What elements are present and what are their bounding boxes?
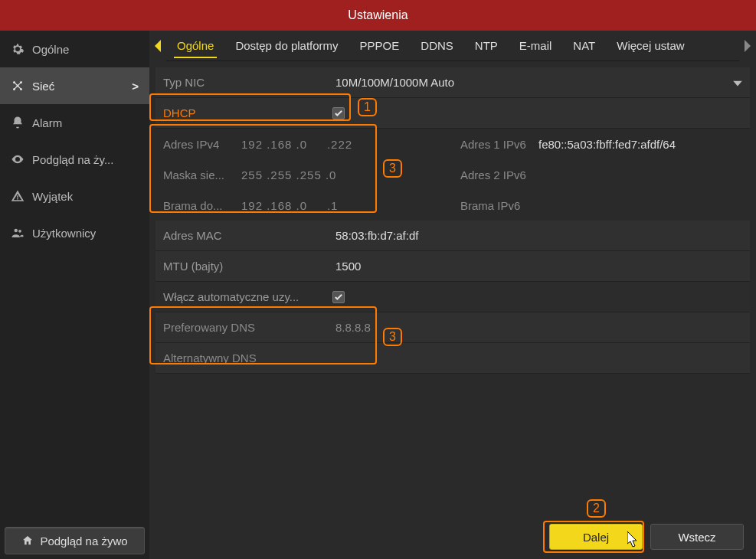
tab-general[interactable]: Ogólne <box>166 31 224 61</box>
sidebar-item-preview[interactable]: Podgląd na ży... <box>0 141 149 178</box>
svg-point-6 <box>18 230 21 233</box>
network-icon <box>11 79 25 93</box>
button-row: Dalej Wstecz <box>549 524 744 550</box>
tab-platform[interactable]: Dostęp do platformy <box>224 31 349 61</box>
title-bar: Ustawienia <box>0 0 756 31</box>
value-ipv4-addr[interactable]: 192 .168 .0 .222 <box>241 138 453 151</box>
warning-icon <box>11 189 25 203</box>
sidebar-item-label: Użytkownicy <box>32 227 96 240</box>
next-button[interactable]: Dalej <box>549 524 643 550</box>
row-dhcp: DHCP <box>155 98 750 129</box>
chevron-left-icon <box>153 40 162 52</box>
sidebar-item-users[interactable]: Użytkownicy <box>0 214 149 251</box>
window-title: Ustawienia <box>348 8 407 21</box>
sidebar-item-network[interactable]: Sieć <box>0 67 149 104</box>
container: Ogólne Sieć Alarm Podgląd na ży... Wyjąt… <box>0 31 756 559</box>
label-mtu: MTU (bajty) <box>155 260 328 273</box>
bell-icon <box>11 116 25 129</box>
label-pref-dns: Preferowany DNS <box>155 321 328 334</box>
tab-bar: Ogólne Dostęp do platformy PPPOE DDNS NT… <box>149 31 756 61</box>
tab-email[interactable]: E-mail <box>509 31 563 61</box>
value-pref-dns[interactable]: 8.8.8.8 <box>328 321 750 334</box>
sidebar: Ogólne Sieć Alarm Podgląd na ży... Wyjąt… <box>0 31 149 559</box>
row-alt-dns: Alternatywny DNS <box>155 343 750 374</box>
main-panel: Ogólne Dostęp do platformy PPPOE DDNS NT… <box>149 31 756 559</box>
check-icon <box>334 110 343 117</box>
chevron-right-icon <box>743 40 752 52</box>
row-mtu: MTU (bajty) 1500 <box>155 251 750 282</box>
sidebar-item-label: Sieć <box>32 80 54 93</box>
label-auto-dns: Włącz automatyczne uzy... <box>155 290 328 303</box>
tab-ntp[interactable]: NTP <box>464 31 509 61</box>
value-ipv4-mask[interactable]: 255 .255 .255 .0 <box>241 168 453 181</box>
row-ipv4-gw: Brama do... 192 .168 .0 .1 Brama IPv6 <box>155 190 750 221</box>
row-ipv4-addr: Adres IPv4 192 .168 .0 .222 Adres 1 IPv6… <box>155 129 750 159</box>
live-view-button[interactable]: Podgląd na żywo <box>5 527 145 554</box>
live-view-label: Podgląd na żywo <box>40 534 127 548</box>
content: Typ NIC 10M/100M/1000M Auto DHCP Adres I… <box>149 61 756 559</box>
label-alt-dns: Alternatywny DNS <box>155 351 328 364</box>
home-icon <box>21 534 34 547</box>
sidebar-item-label: Ogólne <box>32 43 69 56</box>
sidebar-item-alarm[interactable]: Alarm <box>0 104 149 141</box>
eye-icon <box>11 152 25 166</box>
tab-ddns[interactable]: DDNS <box>410 31 464 61</box>
label-ipv6-gw: Brama IPv6 <box>453 199 538 212</box>
back-button-label: Wstecz <box>678 531 715 544</box>
users-icon <box>11 226 25 240</box>
checkbox-auto-dns[interactable] <box>332 291 345 303</box>
back-button[interactable]: Wstecz <box>650 524 744 550</box>
sidebar-item-label: Alarm <box>32 116 62 129</box>
label-ipv6-addr2: Adres 2 IPv6 <box>453 168 538 181</box>
sidebar-item-label: Wyjątek <box>32 190 73 203</box>
value-mtu[interactable]: 1500 <box>328 260 750 273</box>
value-ipv6-addr1[interactable]: fe80::5a03:fbff:fed7:afdf/64 <box>538 138 750 151</box>
label-ipv4-gw: Brama do... <box>155 199 241 212</box>
label-ipv6-addr1: Adres 1 IPv6 <box>453 138 538 151</box>
label-nic-type: Typ NIC <box>155 76 328 89</box>
dropdown-icon <box>733 76 742 89</box>
label-mac: Adres MAC <box>155 229 328 242</box>
gear-icon <box>11 42 25 56</box>
tab-pppoe[interactable]: PPPOE <box>349 31 411 61</box>
sidebar-item-label: Podgląd na ży... <box>32 153 113 166</box>
row-mac: Adres MAC 58:03:fb:d7:af:df <box>155 221 750 251</box>
label-ipv4-addr: Adres IPv4 <box>155 138 241 151</box>
svg-point-5 <box>15 229 18 233</box>
checkbox-dhcp[interactable] <box>332 107 345 119</box>
value-nic-type: 10M/100M/1000M Auto <box>328 76 750 89</box>
row-nic-type[interactable]: Typ NIC 10M/100M/1000M Auto <box>155 67 750 98</box>
tabs-scroll-left[interactable] <box>149 31 166 61</box>
sidebar-item-general[interactable]: Ogólne <box>0 31 149 67</box>
row-auto-dns: Włącz automatyczne uzy... <box>155 282 750 312</box>
label-ipv4-mask: Maska sie... <box>155 168 241 181</box>
row-ipv4-mask: Maska sie... 255 .255 .255 .0 Adres 2 IP… <box>155 159 750 190</box>
tab-more[interactable]: Więcej ustaw <box>606 31 695 61</box>
next-button-label: Dalej <box>583 531 609 544</box>
row-pref-dns: Preferowany DNS 8.8.8.8 <box>155 312 750 343</box>
sidebar-item-exception[interactable]: Wyjątek <box>0 178 149 214</box>
value-mac: 58:03:fb:d7:af:df <box>328 229 750 242</box>
value-ipv4-gw[interactable]: 192 .168 .0 .1 <box>241 199 453 212</box>
tabs-scroll-right[interactable] <box>739 31 756 61</box>
label-dhcp: DHCP <box>155 106 328 119</box>
check-icon <box>334 293 343 301</box>
tab-nat[interactable]: NAT <box>562 31 606 61</box>
